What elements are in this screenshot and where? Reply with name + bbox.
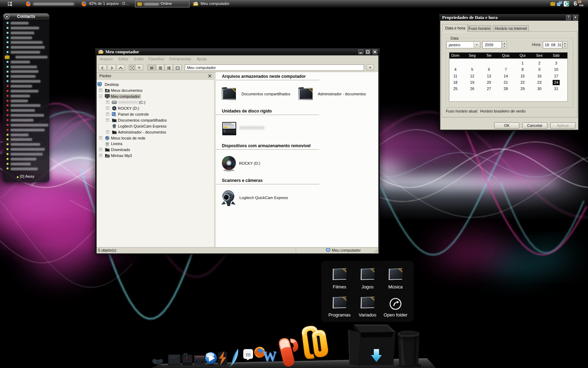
svg-text:m: m	[246, 352, 251, 357]
svg-text:W: W	[262, 348, 276, 364]
svg-text:DVD: DVD	[227, 167, 231, 169]
